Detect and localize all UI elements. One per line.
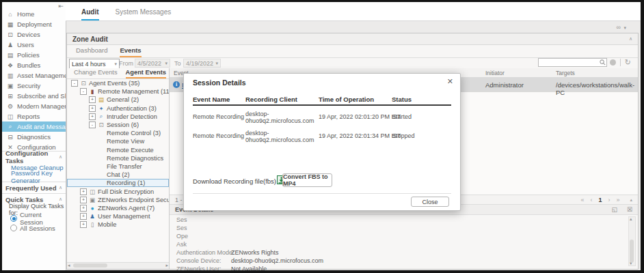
tab-events[interactable]: Events [120, 46, 141, 57]
tree-node[interactable]: Chat (2) [67, 171, 169, 179]
sidebar-item-label: Diagnostics [17, 133, 51, 141]
collapse-icon[interactable]: - [80, 88, 87, 95]
to-date-input[interactable]: 4/19/2022 ▾ [183, 59, 221, 68]
view-options-button[interactable]: ∞ ▾ [617, 24, 627, 31]
detach-icon[interactable]: ◱ [611, 206, 617, 213]
tab-change-events[interactable]: Change Events [74, 69, 118, 78]
sidebar-item-home[interactable]: ⌂Home [2, 9, 66, 19]
tree-node[interactable]: Remote View [67, 137, 169, 145]
detail-label: Console Device: [176, 257, 222, 264]
radio-unselected[interactable] [10, 225, 17, 231]
sidebar-item-subscribe-and-share[interactable]: ⊞Subscribe and Share [2, 91, 66, 101]
tree-node[interactable]: -▮Remote Management (11) [67, 87, 169, 96]
sidebar-item-modern-management[interactable]: ⚙Modern Management [2, 101, 66, 111]
radio-selected[interactable] [10, 215, 17, 222]
tab-agent-events[interactable]: Agent Events [126, 69, 166, 78]
tree-node[interactable]: +⌕Intruder Detection [67, 113, 169, 121]
scroll-right-icon[interactable]: ▸ [165, 263, 168, 268]
chevron-up-icon[interactable]: ∧ [629, 36, 632, 42]
section-header-frequently-used[interactable]: Frequently Used∧ [2, 182, 66, 193]
chevron-up-icon: ∧ [59, 185, 62, 190]
expand-icon[interactable]: + [80, 221, 87, 228]
event-details-panel: Event Details ◱ ☒ SesSesOpeAskAuthentica… [170, 205, 638, 269]
from-date-input[interactable]: 4/5/2022 ▾ [135, 59, 170, 68]
clear-search-icon[interactable] [610, 59, 616, 66]
tab-system-messages[interactable]: System Messages [116, 8, 172, 20]
zenworks-control-center: ⇤ ⌂Home▦Deployment⊡Devices♟Users▤Policie… [2, 2, 641, 270]
to-label: To [174, 60, 181, 67]
sidebar-item-devices[interactable]: ⊡Devices [2, 29, 66, 40]
expand-icon[interactable]: + [80, 188, 87, 195]
tree-node[interactable]: File Transfer [67, 162, 169, 171]
collapse-icon[interactable]: - [71, 80, 78, 87]
sidebar-item-asset-management[interactable]: ▥Asset Management [2, 70, 66, 81]
tree-node[interactable]: +●ZENworks Agent (7) [67, 204, 169, 212]
sidebar-link[interactable]: Password Key Generator [2, 172, 66, 182]
scrollbar-thumb[interactable] [630, 240, 634, 263]
tree-node[interactable]: Remote Execute [67, 146, 169, 154]
column-initiator[interactable]: Initiator [485, 70, 505, 76]
time-range-select[interactable]: Last 4 hours ▾ [69, 59, 120, 69]
tree-node[interactable]: +◫Full Disk Encryption [67, 187, 169, 195]
expand-icon[interactable]: + [89, 96, 96, 103]
tab-audit[interactable]: Audit [81, 8, 99, 20]
tab-dashboard[interactable]: Dashboard [76, 46, 107, 57]
scrollbar-thumb[interactable] [73, 263, 107, 268]
tree-node[interactable]: -⊡Session (6) [67, 121, 169, 129]
section-header-configuration-tasks[interactable]: Configuration Tasks∧ [2, 151, 66, 162]
sidebar-item-users[interactable]: ♟Users [2, 40, 66, 50]
horizontal-scrollbar[interactable]: ◂ ▸ [67, 262, 169, 269]
tree-node[interactable]: +✦Authentication (3) [67, 104, 169, 113]
sidebar-sections: Configuration Tasks∧Message CleanupPassw… [2, 151, 66, 233]
expand-icon[interactable]: + [80, 197, 87, 203]
sidebar-item-policies[interactable]: ▤Policies [2, 50, 66, 60]
scroll-top-icon[interactable]: ▴ [630, 197, 632, 203]
refresh-icon[interactable]: ↻ [625, 59, 631, 66]
collapse-icon[interactable]: - [89, 121, 96, 128]
tree-node[interactable]: -⊡Agent Events (35) [67, 79, 169, 87]
panel-close-icon[interactable]: ☒ [627, 206, 632, 213]
current-page[interactable]: 1 [598, 197, 602, 203]
zone-tab-bar: DashboardEvents [67, 44, 638, 58]
convert-fbs-button[interactable]: Convert FBS to MP4 [282, 173, 332, 187]
sidebar-item-reports[interactable]: ◫Reports [2, 111, 66, 121]
expand-icon[interactable]: + [89, 113, 96, 120]
vertical-scrollbar[interactable]: ▴ ▾ [628, 216, 636, 266]
prev-page-icon[interactable]: ‹ [590, 197, 592, 203]
last-page-icon[interactable]: » [616, 197, 619, 203]
expand-icon[interactable]: + [80, 213, 87, 220]
first-page-icon[interactable]: « [580, 197, 584, 203]
close-button[interactable]: Close [411, 197, 449, 207]
tree-node[interactable]: +♟User Management [67, 212, 169, 220]
tree-node[interactable]: +▯Mobile [67, 220, 169, 229]
sidebar-item-label: Devices [17, 31, 40, 38]
sidebar-item-deployment[interactable]: ▦Deployment [2, 19, 66, 29]
policies-icon: ▤ [6, 52, 14, 59]
tree-node[interactable]: Remote Control (3) [67, 129, 169, 137]
search-input[interactable] [538, 58, 607, 67]
tree-node[interactable]: Remote Diagnostics [67, 154, 169, 162]
search-cluster: ↻ [538, 58, 631, 67]
radio-option[interactable]: Current Session [2, 214, 66, 223]
column-targets[interactable]: Targets [556, 70, 575, 76]
tree-node-label: Remote Diagnostics [107, 155, 163, 162]
dialog-column-header: Event Name [193, 96, 230, 103]
tree-node[interactable]: +▤General (2) [67, 96, 169, 104]
next-page-icon[interactable]: › [608, 197, 610, 203]
dialog-close-icon[interactable]: ✕ [447, 77, 453, 86]
tree-node[interactable]: Recording (1) [67, 179, 169, 187]
scroll-up-icon[interactable]: ▴ [630, 216, 632, 222]
scroll-left-icon[interactable]: ◂ [68, 263, 70, 268]
to-date-value: 4/19/2022 [186, 60, 213, 67]
expand-icon[interactable]: + [89, 105, 96, 112]
tree-node[interactable]: +▣ZENworks Endpoint Security Managemen [67, 196, 169, 204]
user-icon: ♟ [89, 213, 96, 220]
sidebar-item-diagnostics[interactable]: ⊟Diagnostics [2, 132, 66, 142]
sidebar-item-audit-and-messages[interactable]: ⌕Audit and Messages [2, 121, 66, 132]
expand-icon[interactable]: + [80, 205, 87, 212]
sidebar-item-security[interactable]: ▣Security [2, 81, 66, 91]
detail-field: ZENworks User:Not Available [176, 265, 222, 270]
sidebar-item-bundles[interactable]: ❖Bundles [2, 60, 66, 70]
info-icon[interactable]: i [173, 81, 180, 88]
keys-icon: ✦ [98, 105, 105, 112]
